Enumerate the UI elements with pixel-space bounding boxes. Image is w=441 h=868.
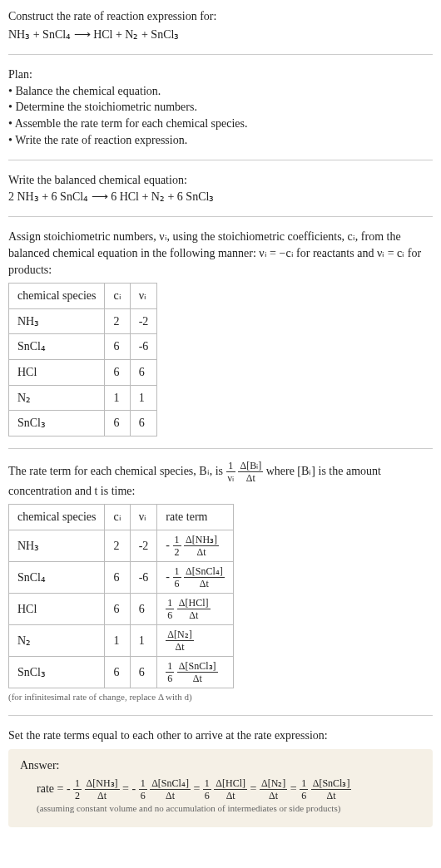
cell-species: NH₃ (9, 308, 105, 334)
col-species: chemical species (9, 505, 105, 530)
frac-num: 1 (139, 778, 147, 790)
cell-vi: -6 (130, 561, 157, 593)
frac-num: Δ[NH₃] (85, 778, 120, 790)
cell-species: HCl (9, 359, 105, 385)
col-vi: νᵢ (130, 505, 157, 530)
table-row: HCl66 (9, 359, 157, 385)
cell-rate-term: - 16 Δ[SnCl₄]Δt (157, 561, 233, 593)
frac-den: 6 (139, 790, 147, 801)
coef-sign: - (166, 570, 172, 583)
col-species: chemical species (9, 284, 105, 309)
assign-section: Assign stoichiometric numbers, νᵢ, using… (8, 229, 433, 436)
cell-vi: -2 (130, 308, 157, 334)
plan-item: • Write the rate of reaction expression. (8, 132, 433, 149)
frac-den: Δt (150, 790, 191, 801)
prompt-title: Construct the rate of reaction expressio… (8, 8, 433, 25)
frac-den: Δt (177, 609, 211, 620)
coef-frac: 12 (173, 535, 181, 557)
col-vi: νᵢ (130, 284, 157, 309)
cell-vi: 6 (130, 359, 157, 385)
frac-num: Δ[SnCl₃] (311, 778, 352, 790)
cell-species: N₂ (9, 624, 105, 656)
plan-section: Plan: • Balance the chemical equation. •… (8, 67, 433, 148)
cell-species: SnCl₄ (9, 334, 105, 360)
frac-num: Δ[N₂] (260, 778, 287, 790)
frac-den: 6 (166, 673, 174, 683)
frac-num: 1 (166, 598, 174, 609)
delta-frac: Δ[NH₃]Δt (184, 535, 219, 557)
col-rate-term: rate term (157, 505, 233, 530)
cell-rate-term: Δ[N₂]Δt (157, 624, 233, 656)
cell-rate-term: - 12 Δ[NH₃]Δt (157, 530, 233, 561)
frac-den: Δt (238, 472, 263, 483)
frac-den: Δt (166, 641, 193, 652)
coef-frac: 16 (166, 661, 174, 683)
table-row: SnCl₄6-6 (9, 334, 157, 360)
final-title: Set the rate terms equal to each other t… (8, 727, 433, 744)
frac-den: νᵢ (226, 472, 235, 483)
frac-den: 6 (166, 609, 174, 620)
answer-note: (assuming constant volume and no accumul… (37, 802, 421, 815)
delta-frac: Δ[N₂]Δt (166, 629, 193, 652)
cell-rate-term: 16 Δ[HCl]Δt (157, 593, 233, 624)
coef-frac: 16 (139, 778, 147, 801)
coef-frac: 12 (73, 778, 82, 801)
term-pre: = (193, 782, 202, 795)
delta-frac: Δ[SnCl₃]Δt (311, 778, 352, 801)
frac-den: Δt (311, 790, 352, 801)
delta-frac: Δ[SnCl₄]Δt (184, 566, 225, 589)
delta-frac: Δ[SnCl₃]Δt (177, 661, 218, 683)
cell-species: SnCl₄ (9, 561, 105, 593)
balanced-title: Write the balanced chemical equation: (8, 172, 433, 189)
coef-frac: 16 (203, 778, 211, 801)
cell-vi: 6 (130, 593, 157, 624)
answer-equation: rate = - 12 Δ[NH₃]Δt = - 16 Δ[SnCl₄]Δt =… (37, 778, 421, 801)
cell-vi: 6 (130, 656, 157, 688)
frac-delta-b: Δ[Bᵢ]Δt (238, 461, 263, 483)
plan-title: Plan: (8, 67, 433, 83)
rate-prefix: rate = (37, 782, 67, 795)
frac-num: 1 (300, 778, 308, 790)
col-ci: cᵢ (105, 505, 130, 530)
cell-vi: 1 (130, 624, 157, 656)
table-row: SnCl₃66 (9, 411, 157, 436)
rate-term: = 16 Δ[SnCl₃]Δt (290, 782, 352, 795)
term-pre: = - (122, 782, 139, 795)
col-ci: cᵢ (105, 284, 130, 309)
frac-num: Δ[HCl] (177, 598, 211, 609)
frac-num: Δ[NH₃] (184, 535, 219, 546)
answer-label: Answer: (20, 757, 421, 774)
term-pre: - (67, 782, 73, 795)
rateterm-intro: The rate term for each chemical species,… (8, 461, 433, 500)
frac-den: Δt (184, 578, 225, 589)
cell-vi: 6 (130, 411, 157, 436)
frac-num: Δ[N₂] (166, 629, 193, 641)
frac-num: 1 (203, 778, 211, 790)
frac-num: Δ[SnCl₄] (184, 566, 225, 578)
table-row: SnCl₄ 6 -6 - 16 Δ[SnCl₄]Δt (9, 561, 234, 593)
cell-ci: 6 (105, 561, 130, 593)
table-row: NH₃2-2 (9, 308, 157, 334)
frac-num: 1 (166, 661, 174, 673)
rate-term: = - 16 Δ[SnCl₄]Δt (122, 782, 193, 795)
cell-rate-term: 16 Δ[SnCl₃]Δt (157, 656, 233, 688)
frac-den: Δt (177, 673, 218, 683)
frac-num: Δ[Bᵢ] (238, 461, 263, 472)
rateterm-intro-a: The rate term for each chemical species,… (8, 464, 226, 476)
plan-item: • Determine the stoichiometric numbers. (8, 99, 433, 116)
frac-den: Δt (184, 546, 219, 557)
cell-ci: 2 (105, 308, 130, 334)
cell-ci: 1 (105, 385, 130, 411)
table-row: N₂ 1 1 Δ[N₂]Δt (9, 624, 234, 656)
table-row: HCl 6 6 16 Δ[HCl]Δt (9, 593, 234, 624)
coef-frac: 16 (300, 778, 308, 801)
frac-den: 6 (173, 578, 181, 589)
term-pre: = (290, 782, 300, 795)
coef-sign: - (166, 539, 172, 551)
prompt-equation: NH₃ + SnCl₄ ⟶ HCl + N₂ + SnCl₃ (8, 27, 433, 43)
frac-num: 1 (226, 461, 235, 472)
rate-term: - 12 Δ[NH₃]Δt (67, 782, 122, 795)
rateterm-section: The rate term for each chemical species,… (8, 461, 433, 704)
frac-den: Δt (214, 790, 247, 801)
coef-frac: 16 (173, 566, 181, 589)
